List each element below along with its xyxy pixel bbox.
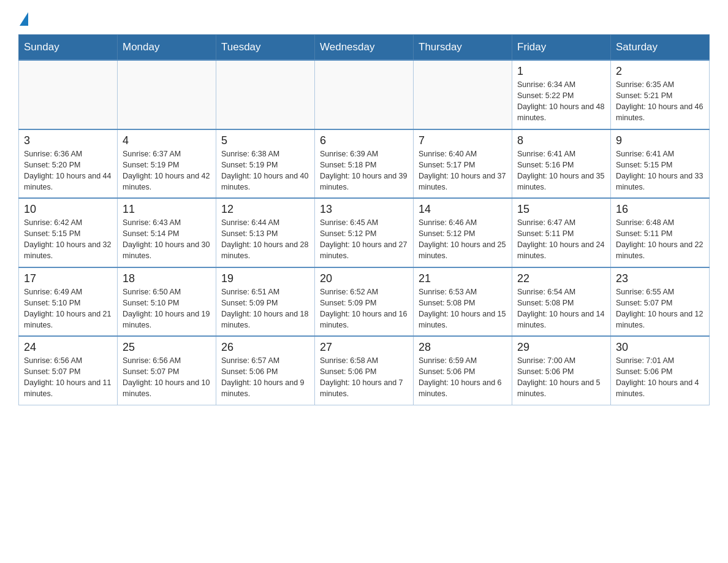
day-info: Sunrise: 6:58 AMSunset: 5:06 PMDaylight:… — [320, 355, 408, 400]
day-number: 6 — [320, 134, 408, 147]
day-number: 12 — [221, 203, 309, 216]
day-number: 7 — [419, 134, 507, 147]
day-number: 3 — [24, 134, 112, 147]
calendar-cell: 10Sunrise: 6:42 AMSunset: 5:15 PMDayligh… — [19, 198, 118, 267]
calendar-cell: 18Sunrise: 6:50 AMSunset: 5:10 PMDayligh… — [118, 267, 216, 337]
day-info: Sunrise: 6:49 AMSunset: 5:10 PMDaylight:… — [24, 286, 112, 331]
day-info: Sunrise: 6:51 AMSunset: 5:09 PMDaylight:… — [221, 286, 309, 331]
day-number: 21 — [419, 272, 507, 285]
calendar-cell: 8Sunrise: 6:41 AMSunset: 5:16 PMDaylight… — [512, 129, 611, 199]
day-info: Sunrise: 6:38 AMSunset: 5:19 PMDaylight:… — [221, 148, 309, 193]
day-number: 16 — [616, 203, 704, 216]
page-header — [18, 12, 710, 23]
day-info: Sunrise: 6:55 AMSunset: 5:07 PMDaylight:… — [616, 286, 704, 331]
day-info: Sunrise: 6:36 AMSunset: 5:20 PMDaylight:… — [24, 148, 112, 193]
day-number: 11 — [123, 203, 211, 216]
day-number: 27 — [320, 341, 408, 354]
day-info: Sunrise: 6:56 AMSunset: 5:07 PMDaylight:… — [24, 355, 112, 400]
calendar-cell: 4Sunrise: 6:37 AMSunset: 5:19 PMDaylight… — [118, 129, 216, 199]
day-info: Sunrise: 6:59 AMSunset: 5:06 PMDaylight:… — [419, 355, 507, 400]
day-info: Sunrise: 6:39 AMSunset: 5:18 PMDaylight:… — [320, 148, 408, 193]
week-row-1: 1Sunrise: 6:34 AMSunset: 5:22 PMDaylight… — [19, 60, 710, 129]
calendar-cell: 6Sunrise: 6:39 AMSunset: 5:18 PMDaylight… — [315, 129, 414, 199]
calendar-table: SundayMondayTuesdayWednesdayThursdayFrid… — [18, 34, 710, 405]
calendar-cell: 9Sunrise: 6:41 AMSunset: 5:15 PMDaylight… — [611, 129, 710, 199]
day-info: Sunrise: 6:48 AMSunset: 5:11 PMDaylight:… — [616, 217, 704, 262]
day-info: Sunrise: 6:35 AMSunset: 5:21 PMDaylight:… — [616, 79, 704, 124]
logo-triangle-icon — [20, 12, 28, 26]
day-header-friday: Friday — [512, 35, 611, 61]
day-info: Sunrise: 6:54 AMSunset: 5:08 PMDaylight:… — [517, 286, 605, 331]
day-info: Sunrise: 6:34 AMSunset: 5:22 PMDaylight:… — [517, 79, 605, 124]
calendar-cell — [118, 60, 216, 129]
calendar-cell: 24Sunrise: 6:56 AMSunset: 5:07 PMDayligh… — [19, 336, 118, 405]
calendar-cell: 13Sunrise: 6:45 AMSunset: 5:12 PMDayligh… — [315, 198, 414, 267]
week-row-2: 3Sunrise: 6:36 AMSunset: 5:20 PMDaylight… — [19, 129, 710, 199]
day-info: Sunrise: 6:47 AMSunset: 5:11 PMDaylight:… — [517, 217, 605, 262]
day-info: Sunrise: 6:52 AMSunset: 5:09 PMDaylight:… — [320, 286, 408, 331]
calendar-cell: 12Sunrise: 6:44 AMSunset: 5:13 PMDayligh… — [216, 198, 315, 267]
day-info: Sunrise: 6:44 AMSunset: 5:13 PMDaylight:… — [221, 217, 309, 262]
calendar-cell: 25Sunrise: 6:56 AMSunset: 5:07 PMDayligh… — [118, 336, 216, 405]
day-number: 9 — [616, 134, 704, 147]
calendar-cell: 1Sunrise: 6:34 AMSunset: 5:22 PMDaylight… — [512, 60, 611, 129]
day-header-wednesday: Wednesday — [315, 35, 414, 61]
calendar-cell: 21Sunrise: 6:53 AMSunset: 5:08 PMDayligh… — [414, 267, 512, 337]
day-header-tuesday: Tuesday — [216, 35, 315, 61]
calendar-cell: 28Sunrise: 6:59 AMSunset: 5:06 PMDayligh… — [414, 336, 512, 405]
day-info: Sunrise: 6:53 AMSunset: 5:08 PMDaylight:… — [419, 286, 507, 331]
day-number: 5 — [221, 134, 309, 147]
day-number: 26 — [221, 341, 309, 354]
day-number: 14 — [419, 203, 507, 216]
day-info: Sunrise: 6:45 AMSunset: 5:12 PMDaylight:… — [320, 217, 408, 262]
calendar-cell: 20Sunrise: 6:52 AMSunset: 5:09 PMDayligh… — [315, 267, 414, 337]
day-header-sunday: Sunday — [19, 35, 118, 61]
calendar-cell — [216, 60, 315, 129]
day-number: 10 — [24, 203, 112, 216]
day-number: 15 — [517, 203, 605, 216]
day-info: Sunrise: 6:41 AMSunset: 5:16 PMDaylight:… — [517, 148, 605, 193]
calendar-cell: 27Sunrise: 6:58 AMSunset: 5:06 PMDayligh… — [315, 336, 414, 405]
calendar-cell: 3Sunrise: 6:36 AMSunset: 5:20 PMDaylight… — [19, 129, 118, 199]
day-info: Sunrise: 6:37 AMSunset: 5:19 PMDaylight:… — [123, 148, 211, 193]
calendar-cell: 29Sunrise: 7:00 AMSunset: 5:06 PMDayligh… — [512, 336, 611, 405]
day-number: 30 — [616, 341, 704, 354]
day-number: 25 — [123, 341, 211, 354]
logo — [18, 12, 29, 23]
week-row-5: 24Sunrise: 6:56 AMSunset: 5:07 PMDayligh… — [19, 336, 710, 405]
day-number: 20 — [320, 272, 408, 285]
day-info: Sunrise: 6:40 AMSunset: 5:17 PMDaylight:… — [419, 148, 507, 193]
day-number: 18 — [123, 272, 211, 285]
calendar-cell — [19, 60, 118, 129]
day-number: 24 — [24, 341, 112, 354]
day-header-saturday: Saturday — [611, 35, 710, 61]
day-number: 2 — [616, 65, 704, 78]
calendar-cell: 14Sunrise: 6:46 AMSunset: 5:12 PMDayligh… — [414, 198, 512, 267]
day-number: 17 — [24, 272, 112, 285]
week-row-3: 10Sunrise: 6:42 AMSunset: 5:15 PMDayligh… — [19, 198, 710, 267]
calendar-cell: 26Sunrise: 6:57 AMSunset: 5:06 PMDayligh… — [216, 336, 315, 405]
day-header-monday: Monday — [118, 35, 216, 61]
day-info: Sunrise: 6:56 AMSunset: 5:07 PMDaylight:… — [123, 355, 211, 400]
calendar-cell: 11Sunrise: 6:43 AMSunset: 5:14 PMDayligh… — [118, 198, 216, 267]
calendar-cell — [315, 60, 414, 129]
calendar-cell: 15Sunrise: 6:47 AMSunset: 5:11 PMDayligh… — [512, 198, 611, 267]
day-info: Sunrise: 6:57 AMSunset: 5:06 PMDaylight:… — [221, 355, 309, 400]
day-number: 13 — [320, 203, 408, 216]
calendar-cell: 22Sunrise: 6:54 AMSunset: 5:08 PMDayligh… — [512, 267, 611, 337]
day-number: 8 — [517, 134, 605, 147]
calendar-cell: 2Sunrise: 6:35 AMSunset: 5:21 PMDaylight… — [611, 60, 710, 129]
day-info: Sunrise: 7:01 AMSunset: 5:06 PMDaylight:… — [616, 355, 704, 400]
calendar-cell — [414, 60, 512, 129]
day-info: Sunrise: 6:46 AMSunset: 5:12 PMDaylight:… — [419, 217, 507, 262]
day-number: 23 — [616, 272, 704, 285]
day-info: Sunrise: 6:50 AMSunset: 5:10 PMDaylight:… — [123, 286, 211, 331]
calendar-cell: 23Sunrise: 6:55 AMSunset: 5:07 PMDayligh… — [611, 267, 710, 337]
day-number: 4 — [123, 134, 211, 147]
day-info: Sunrise: 6:41 AMSunset: 5:15 PMDaylight:… — [616, 148, 704, 193]
day-number: 1 — [517, 65, 605, 78]
day-header-thursday: Thursday — [414, 35, 512, 61]
day-number: 19 — [221, 272, 309, 285]
day-number: 28 — [419, 341, 507, 354]
calendar-cell: 17Sunrise: 6:49 AMSunset: 5:10 PMDayligh… — [19, 267, 118, 337]
